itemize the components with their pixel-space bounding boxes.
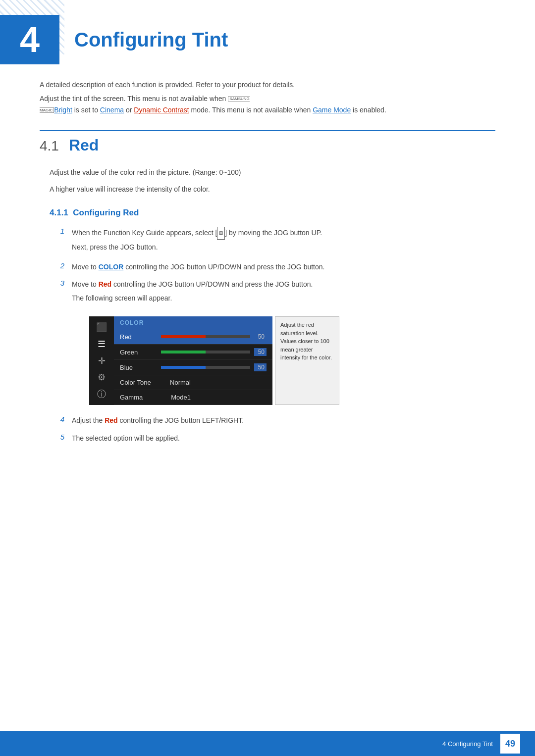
- color-value-green: 50: [254, 348, 267, 356]
- content-area: A detailed description of each function …: [0, 79, 535, 490]
- section-41-number: 4.1: [40, 138, 59, 154]
- color-menu-header: COLOR: [114, 316, 272, 329]
- color-label-gamma: Gamma: [120, 394, 157, 401]
- step1a-text: When the Function Key Guide appears, sel…: [72, 229, 217, 237]
- section-41-title: Red: [69, 136, 99, 154]
- chapter-header: 4 Configuring Tint: [0, 0, 535, 74]
- step1b-text: ] by moving the JOG button UP.: [225, 229, 322, 237]
- color-row-colortone: Color Tone Normal: [114, 375, 272, 390]
- subsection-411-header: 4.1.1 Configuring Red: [50, 208, 495, 218]
- step4b-text: controlling the JOG button LEFT/RIGHT.: [118, 416, 244, 424]
- color-menu-screenshot: ⬛ ☰ ✛ ⚙ ⓘ COLOR Red 50: [89, 316, 495, 405]
- color-row-gamma: Gamma Mode1: [114, 390, 272, 405]
- step3b-text: controlling the JOG button UP/DOWN and p…: [111, 280, 313, 288]
- color-row-green: Green 50: [114, 345, 272, 360]
- step-4: 4 Adjust the Red controlling the JOG but…: [54, 415, 495, 427]
- intro2-end: is enabled.: [351, 106, 386, 114]
- intro2-post: mode. This menu is not available when: [189, 106, 313, 114]
- step3a-text: Move to: [72, 280, 99, 288]
- section-41-body: Adjust the value of the color red in the…: [50, 167, 495, 444]
- page-footer: 4 Configuring Tint 49: [0, 731, 535, 756]
- step-1-text: When the Function Key Guide appears, sel…: [72, 227, 495, 240]
- intro-para-1: A detailed description of each function …: [40, 79, 495, 90]
- step-4-number: 4: [54, 415, 64, 423]
- step4a-text: Adjust the: [72, 416, 105, 424]
- step-3-content: Move to Red controlling the JOG button U…: [72, 279, 495, 306]
- color-row-blue: Blue 50: [114, 360, 272, 375]
- step-4-content: Adjust the Red controlling the JOG butto…: [72, 415, 495, 427]
- step4-red-label: Red: [105, 416, 117, 424]
- step2-color-label: COLOR: [99, 263, 124, 271]
- intro2-or: or: [124, 106, 134, 114]
- color-label-green: Green: [120, 349, 157, 356]
- step-3: 3 Move to Red controlling the JOG button…: [54, 279, 495, 306]
- color-label-colortone: Color Tone: [120, 379, 157, 386]
- color-bar-green: [161, 351, 250, 353]
- step-1-number: 1: [54, 227, 64, 235]
- step-3-number: 3: [54, 279, 64, 287]
- step2a-text: Move to: [72, 263, 99, 271]
- section-41-para1: Adjust the value of the color red in the…: [50, 167, 495, 179]
- color-fill-green: [161, 351, 206, 353]
- subsection-411: 4.1.1 Configuring Red 1 When the Functio…: [50, 208, 495, 445]
- step-2-content: Move to COLOR controlling the JOG button…: [72, 261, 495, 273]
- section-41: 4.1 Red: [40, 130, 495, 154]
- intro2-dc[interactable]: Dynamic Contrast: [134, 106, 189, 114]
- step-3-text1: Move to Red controlling the JOG button U…: [72, 279, 495, 291]
- chapter-title: Configuring Tint: [74, 29, 228, 51]
- menu-icons-column: ⬛ ☰ ✛ ⚙ ⓘ: [89, 316, 114, 405]
- step-2: 2 Move to COLOR controlling the JOG butt…: [54, 261, 495, 273]
- intro2-gm[interactable]: Game Mode: [313, 106, 351, 114]
- color-value-blue: 50: [254, 363, 267, 371]
- step2b-text: controlling the JOG button UP/DOWN and p…: [123, 263, 324, 271]
- intro-para-2: Adjust the tint of the screen. This menu…: [40, 93, 495, 115]
- color-bar-blue: [161, 366, 250, 369]
- icon-gear: ⚙: [98, 373, 106, 382]
- footer-chapter-text: 4 Configuring Tint: [442, 740, 493, 748]
- icon-adjust: ✛: [98, 356, 106, 365]
- intro2-bright[interactable]: Bright: [54, 106, 72, 114]
- color-fill-red: [161, 335, 206, 338]
- step3-red-label: Red: [99, 280, 111, 288]
- icon-info: ⓘ: [97, 390, 106, 399]
- color-value-gamma: Mode1: [161, 394, 191, 401]
- color-fill-blue: [161, 366, 206, 369]
- step-5: 5 The selected option will be applied.: [54, 433, 495, 445]
- intro2-pre: Adjust the tint of the screen. This menu…: [40, 95, 228, 102]
- color-label-red: Red: [120, 333, 157, 341]
- menu-icon-symbol: ⊞: [217, 227, 225, 240]
- step-1: 1 When the Function Key Guide appears, s…: [54, 227, 495, 255]
- icon-settings: ☰: [98, 340, 106, 349]
- section-41-header: 4.1 Red: [40, 136, 495, 154]
- chapter-number: 4: [0, 15, 59, 64]
- section-41-para2: A higher value will increase the intensi…: [50, 184, 495, 196]
- icon-display: ⬛: [96, 323, 107, 332]
- color-value-colortone: Normal: [161, 379, 191, 386]
- color-value-red: 50: [254, 333, 267, 341]
- subsection-411-number: 4.1.1: [50, 208, 68, 217]
- color-row-red: Red 50: [114, 329, 272, 345]
- color-label-blue: Blue: [120, 364, 157, 371]
- step-2-number: 2: [54, 261, 64, 270]
- step-1-content: When the Function Key Guide appears, sel…: [72, 227, 495, 255]
- step-3-text2: The following screen will appear.: [72, 293, 495, 304]
- intro2-mid: is set to: [72, 106, 100, 114]
- footer-page-number: 49: [500, 734, 520, 754]
- step-1-text2: Next, press the JOG button.: [72, 242, 495, 253]
- steps-list-2: 4 Adjust the Red controlling the JOG but…: [54, 415, 495, 445]
- color-menu-tooltip: Adjust the red saturation level. Values …: [275, 316, 339, 405]
- step-5-number: 5: [54, 433, 64, 441]
- intro2-cinema[interactable]: Cinema: [100, 106, 124, 114]
- color-menu: COLOR Red 50 Green: [114, 316, 272, 405]
- color-bar-red: [161, 335, 250, 338]
- steps-list: 1 When the Function Key Guide appears, s…: [54, 227, 495, 306]
- subsection-411-title: Configuring Red: [73, 208, 139, 217]
- step-5-content: The selected option will be applied.: [72, 433, 495, 445]
